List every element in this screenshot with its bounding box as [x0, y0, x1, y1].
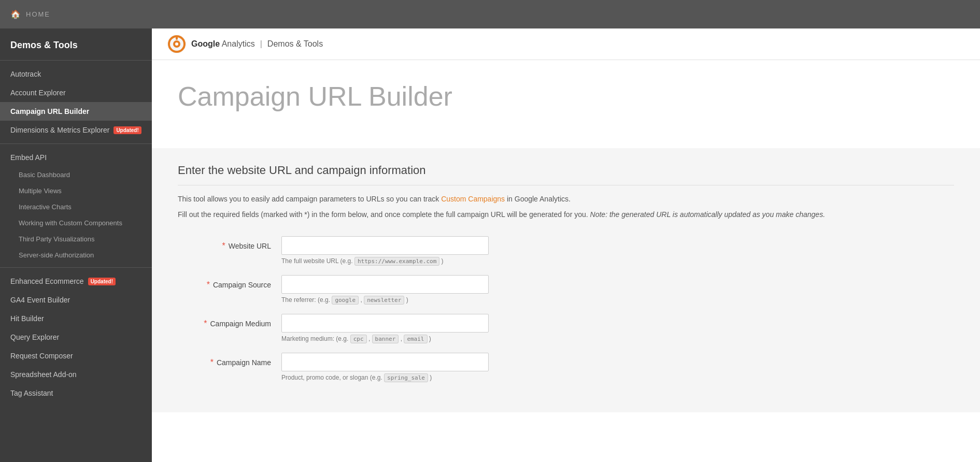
- sidebar-item-server-side-authorization[interactable]: Server-side Authorization: [0, 247, 152, 263]
- intro-text: This tool allows you to easily add campa…: [178, 193, 954, 205]
- main-content: Google Analytics | Demos & Tools Campaig…: [152, 28, 980, 462]
- campaign-medium-input[interactable]: [281, 314, 489, 333]
- required-star-medium: *: [204, 319, 207, 328]
- sidebar-item-multiple-views[interactable]: Multiple Views: [0, 183, 152, 199]
- sidebar-item-campaign-url-builder[interactable]: Campaign URL Builder: [0, 102, 152, 121]
- field-wrap-campaign-name: Product, promo code, or slogan (e.g. spr…: [281, 353, 489, 381]
- header-title: Google Analytics: [191, 39, 255, 49]
- hint-campaign-source: The referrer: (e.g. google , newsletter …: [281, 296, 489, 304]
- page-title-area: Campaign URL Builder: [152, 60, 980, 148]
- form-row-campaign-medium: * Campaign Medium Marketing medium: (e.g…: [178, 314, 954, 342]
- sidebar-item-tag-assistant[interactable]: Tag Assistant: [0, 384, 152, 402]
- header-section: Demos & Tools: [267, 39, 323, 49]
- svg-rect-4: [176, 36, 178, 40]
- label-website-url: * Website URL: [178, 236, 281, 251]
- website-url-input[interactable]: [281, 236, 489, 255]
- sidebar-item-query-explorer[interactable]: Query Explorer: [0, 328, 152, 347]
- content-section: Enter the website URL and campaign infor…: [152, 148, 980, 412]
- sidebar-item-working-with-custom-components[interactable]: Working with Custom Components: [0, 215, 152, 231]
- sidebar-section-title: Demos & Tools: [0, 28, 152, 56]
- label-campaign-medium: * Campaign Medium: [178, 314, 281, 328]
- updated-badge: Updated!: [113, 126, 141, 134]
- form-row-campaign-name: * Campaign Name Product, promo code, or …: [178, 353, 954, 381]
- field-wrap-website-url: The full website URL (e.g. https://www.e…: [281, 236, 489, 265]
- sidebar-item-third-party-visualizations[interactable]: Third Party Visualizations: [0, 231, 152, 247]
- sidebar-item-dimensions-metrics-explorer[interactable]: Dimensions & Metrics Explorer Updated!: [0, 121, 152, 139]
- svg-point-3: [175, 42, 178, 46]
- home-label: HOME: [26, 10, 50, 18]
- updated-badge-ecommerce: Updated!: [88, 278, 116, 285]
- form-row-campaign-source: * Campaign Source The referrer: (e.g. go…: [178, 275, 954, 304]
- intro-note: Fill out the required fields (marked wit…: [178, 209, 954, 220]
- field-wrap-campaign-source: The referrer: (e.g. google , newsletter …: [281, 275, 489, 304]
- label-campaign-name: * Campaign Name: [178, 353, 281, 367]
- form-row-website-url: * Website URL The full website URL (e.g.…: [178, 236, 954, 265]
- home-icon: 🏠: [10, 9, 21, 19]
- page-title: Campaign URL Builder: [178, 81, 954, 112]
- sidebar-item-account-explorer[interactable]: Account Explorer: [0, 83, 152, 102]
- ga-logo: [167, 35, 186, 53]
- required-star-name: *: [210, 358, 214, 367]
- hint-campaign-name: Product, promo code, or slogan (e.g. spr…: [281, 374, 489, 381]
- section-heading: Enter the website URL and campaign infor…: [178, 164, 954, 185]
- campaign-source-input[interactable]: [281, 275, 489, 294]
- sidebar-item-hit-builder[interactable]: Hit Builder: [0, 309, 152, 328]
- sidebar-category-embed-api: Embed API: [0, 148, 152, 167]
- sidebar-item-basic-dashboard[interactable]: Basic Dashboard: [0, 167, 152, 183]
- sidebar-item-ga4-event-builder[interactable]: GA4 Event Builder: [0, 291, 152, 309]
- campaign-form: * Website URL The full website URL (e.g.…: [178, 236, 954, 381]
- header-bar: Google Analytics | Demos & Tools: [152, 28, 980, 60]
- sidebar: Demos & Tools Autotrack Account Explorer…: [0, 28, 152, 462]
- required-star: *: [222, 241, 225, 251]
- hint-website-url: The full website URL (e.g. https://www.e…: [281, 257, 489, 265]
- sidebar-item-interactive-charts[interactable]: Interactive Charts: [0, 199, 152, 215]
- hint-campaign-medium: Marketing medium: (e.g. cpc , banner , e…: [281, 335, 489, 342]
- sidebar-item-request-composer[interactable]: Request Composer: [0, 347, 152, 365]
- sidebar-item-enhanced-ecommerce[interactable]: Enhanced Ecommerce Updated!: [0, 272, 152, 291]
- top-bar: 🏠 HOME: [0, 0, 980, 28]
- custom-campaigns-link[interactable]: Custom Campaigns: [441, 195, 505, 203]
- sidebar-item-spreadsheet-add-on[interactable]: Spreadsheet Add-on: [0, 365, 152, 384]
- campaign-name-input[interactable]: [281, 353, 489, 371]
- field-wrap-campaign-medium: Marketing medium: (e.g. cpc , banner , e…: [281, 314, 489, 342]
- label-campaign-source: * Campaign Source: [178, 275, 281, 290]
- sidebar-item-autotrack[interactable]: Autotrack: [0, 65, 152, 83]
- required-star-source: *: [207, 280, 210, 290]
